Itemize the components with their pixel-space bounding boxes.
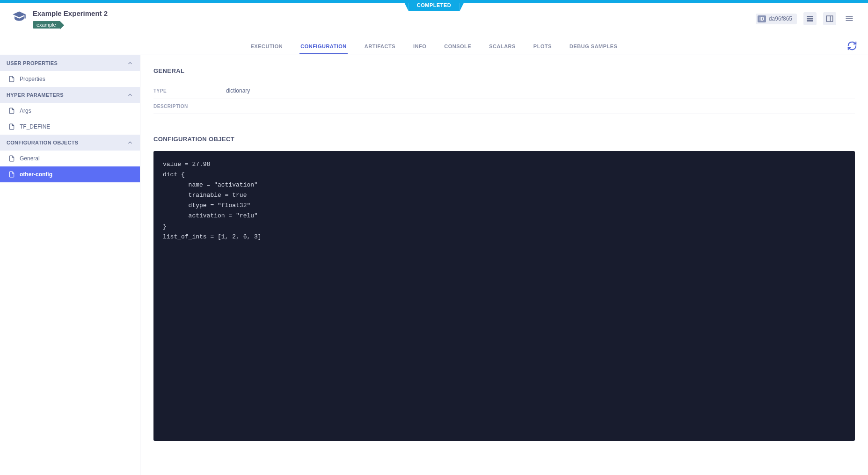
sidebar-section-label: HYPER PARAMETERS (7, 92, 64, 98)
id-label: ID (758, 15, 766, 22)
tab-configuration[interactable]: CONFIGURATION (299, 38, 348, 54)
general-type-value: dictionary (226, 87, 250, 94)
main-content: GENERAL TYPE dictionary DESCRIPTION CONF… (140, 55, 868, 475)
chevron-up-icon (127, 139, 133, 146)
tab-artifacts[interactable]: ARTIFACTS (364, 38, 396, 54)
file-icon (8, 171, 15, 178)
config-object-heading: CONFIGURATION OBJECT (153, 136, 855, 143)
svg-rect-6 (846, 18, 853, 19)
general-type-row: TYPE dictionary (153, 83, 855, 99)
chevron-up-icon (127, 92, 133, 98)
tab-scalars[interactable]: SCALARS (488, 38, 517, 54)
chevron-up-icon (127, 60, 133, 66)
tab-console[interactable]: CONSOLE (443, 38, 472, 54)
file-icon (8, 155, 15, 162)
file-icon (8, 123, 15, 130)
sidebar-section-user-properties[interactable]: USER PROPERTIES (0, 55, 140, 71)
config-object-code[interactable]: value = 27.98 dict { name = "activation"… (153, 151, 855, 441)
config-sidebar: USER PROPERTIES Properties HYPER PARAMET… (0, 55, 140, 475)
svg-rect-0 (807, 16, 813, 17)
sidebar-item-label: Args (20, 108, 31, 114)
sidebar-section-label: CONFIGURATION OBJECTS (7, 140, 78, 145)
sidebar-item-label: Properties (20, 76, 45, 82)
tab-debug-samples[interactable]: DEBUG SAMPLES (569, 38, 618, 54)
tab-plots[interactable]: PLOTS (532, 38, 553, 54)
general-description-label: DESCRIPTION (153, 104, 226, 109)
sidebar-item-label: TF_DEFINE (20, 123, 50, 130)
experiment-tag[interactable]: example (33, 21, 60, 29)
svg-rect-1 (807, 18, 813, 20)
experiment-title: Example Experiment 2 (33, 9, 108, 17)
menu-button[interactable] (843, 12, 856, 25)
general-heading: GENERAL (153, 67, 855, 74)
svg-rect-5 (846, 16, 853, 17)
svg-rect-3 (826, 16, 833, 22)
file-icon (8, 76, 15, 82)
sidebar-item-properties[interactable]: Properties (0, 71, 140, 87)
sidebar-section-configuration-objects[interactable]: CONFIGURATION OBJECTS (0, 135, 140, 151)
sidebar-section-label: USER PROPERTIES (7, 60, 58, 66)
refresh-button[interactable] (846, 39, 859, 52)
svg-rect-2 (807, 20, 813, 22)
general-type-label: TYPE (153, 88, 226, 94)
card-view-button[interactable] (803, 12, 817, 25)
sidebar-item-args[interactable]: Args (0, 103, 140, 119)
svg-rect-7 (846, 20, 853, 21)
sidebar-item-general[interactable]: General (0, 151, 140, 166)
tab-execution[interactable]: EXECUTION (250, 38, 284, 54)
experiment-id: da96f865 (769, 15, 792, 22)
tab-info[interactable]: INFO (412, 38, 427, 54)
sidebar-item-other-config[interactable]: other-config (0, 166, 140, 182)
sidebar-section-hyper-parameters[interactable]: HYPER PARAMETERS (0, 87, 140, 103)
status-chip: COMPLETED (408, 0, 460, 11)
panel-layout-button[interactable] (823, 12, 836, 25)
graduation-cap-icon (12, 10, 26, 24)
tab-bar: EXECUTION CONFIGURATION ARTIFACTS INFO C… (0, 37, 868, 55)
sidebar-item-label: other-config (20, 171, 52, 178)
experiment-id-badge[interactable]: ID da96f865 (756, 14, 797, 24)
sidebar-item-tf-define[interactable]: TF_DEFINE (0, 119, 140, 135)
file-icon (8, 108, 15, 114)
sidebar-item-label: General (20, 155, 40, 162)
general-description-row: DESCRIPTION (153, 99, 855, 114)
